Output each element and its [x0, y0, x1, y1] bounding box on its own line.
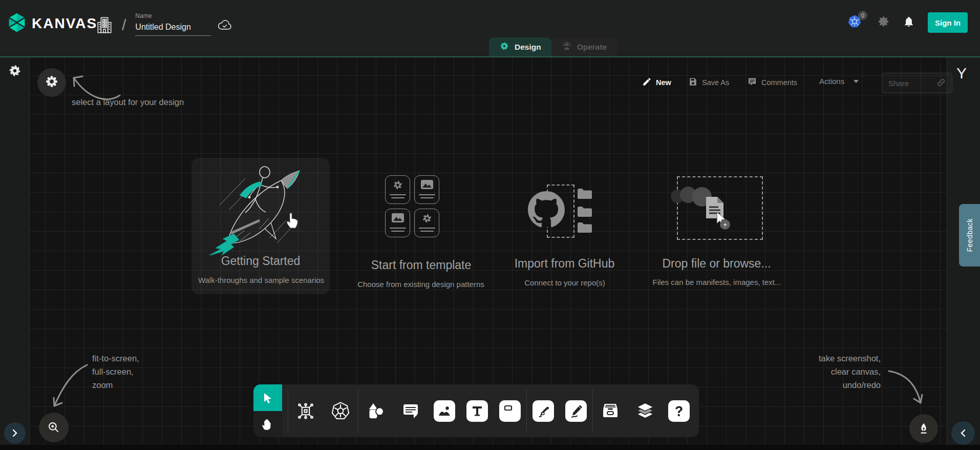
right-rail: Y Feedback: [947, 57, 980, 445]
card-title: Start from template: [356, 258, 486, 272]
card-subtitle: Walk-throughs and sample scenarios: [184, 276, 338, 284]
chevron-right-icon: [11, 429, 19, 437]
flower-icon: [45, 75, 58, 90]
actions-hint-text: take screenshot, clear canvas, undo/redo: [778, 352, 881, 392]
template-tile: [385, 175, 410, 204]
share-button[interactable]: Share: [882, 73, 952, 93]
note-tool-button[interactable]: [499, 400, 521, 422]
notifications-bell-icon[interactable]: [903, 15, 914, 30]
template-tile: [414, 209, 439, 237]
layers-tool-button[interactable]: [633, 399, 657, 423]
share-label: Share: [888, 79, 909, 88]
template-tile: [385, 209, 410, 237]
getting-started-card[interactable]: [191, 158, 330, 294]
pen-tool-button[interactable]: [532, 400, 554, 422]
collapse-right-panel-button[interactable]: [951, 421, 975, 445]
layers-icon: [634, 400, 656, 422]
image-icon: [420, 179, 434, 190]
drawer-icon: [600, 401, 621, 421]
screenshot-pen-button[interactable]: [909, 414, 938, 443]
card-title: Drop file or browse...: [651, 257, 782, 271]
operate-headset-icon: [562, 40, 572, 54]
save-as-label: Save As: [702, 78, 729, 87]
settings-gear-icon[interactable]: [878, 15, 890, 30]
design-name-input[interactable]: [135, 22, 211, 36]
left-rail: [0, 57, 30, 445]
save-as-button[interactable]: Save As: [688, 77, 729, 88]
actions-dropdown[interactable]: Actions: [819, 77, 859, 86]
whiteboard-toolbar: [253, 384, 699, 437]
circuit-icon: [296, 402, 315, 420]
actions-label: Actions: [819, 77, 844, 86]
comments-icon: [747, 77, 757, 88]
pencil-icon: [642, 77, 652, 88]
cloud-sync-icon[interactable]: [217, 18, 232, 33]
hand-cursor-icon: [283, 209, 301, 230]
template-tile: [414, 175, 439, 204]
toolbar-divider: [526, 390, 527, 433]
layout-hint-text: select a layout for your design: [72, 95, 184, 109]
kubernetes-tool-button[interactable]: [329, 399, 352, 423]
cursor-arrow-icon: [262, 392, 274, 404]
shapes-icon: [366, 401, 386, 421]
feedback-button[interactable]: Feedback: [959, 204, 980, 267]
tab-design-label: Design: [515, 43, 541, 52]
component-tool-button[interactable]: [294, 399, 317, 423]
comments-button[interactable]: Comments: [747, 77, 797, 88]
github-octocat-icon: [528, 191, 565, 228]
zoom-hint-arrow: [47, 359, 93, 413]
y-logo-icon: Y: [956, 65, 967, 82]
kanvas-app: KANVAS / Name: [0, 0, 980, 450]
design-spiral-icon: [499, 41, 509, 53]
selection-tool-button[interactable]: [253, 384, 282, 411]
expand-left-panel-button[interactable]: [4, 422, 26, 444]
kanvas-logo[interactable]: KANVAS: [6, 12, 97, 35]
kubernetes-context-button[interactable]: 0: [847, 14, 864, 31]
pan-tool-button[interactable]: [253, 411, 282, 437]
tab-design[interactable]: Design: [489, 37, 551, 56]
image-tool-button[interactable]: [434, 400, 455, 422]
card-subtitle: Files can be manifests, images, text...: [640, 278, 794, 287]
path-separator: /: [122, 16, 126, 34]
tab-operate-label: Operate: [577, 43, 607, 52]
freehand-tool-button[interactable]: [565, 400, 587, 422]
help-tool-button[interactable]: [668, 400, 690, 422]
comment-icon: [400, 401, 421, 421]
selection-column: [253, 384, 282, 437]
card-title: Import from GitHub: [499, 257, 630, 271]
spiral-icon: [421, 213, 433, 224]
kanvas-hexagon-icon: [6, 12, 28, 35]
image-icon: [437, 403, 452, 419]
meshery-spiral-icon[interactable]: [8, 64, 22, 80]
card-subtitle: Connect to your repo(s): [488, 278, 642, 287]
chevron-left-icon: [959, 429, 967, 437]
text-tool-button[interactable]: [466, 400, 488, 422]
plus-badge-icon: +: [720, 219, 730, 230]
share-link-icon: [936, 78, 946, 89]
note-icon: [502, 403, 518, 419]
pen-nib-icon: [917, 422, 930, 435]
comments-label: Comments: [761, 78, 797, 87]
layout-options-button[interactable]: [37, 68, 66, 97]
magnifier-zoom-in-icon: [47, 421, 60, 434]
tab-operate[interactable]: Operate: [551, 37, 617, 56]
floppy-icon: [688, 77, 698, 88]
card-subtitle: Choose from existing design patterns: [344, 280, 498, 289]
toolbar-divider: [288, 390, 288, 433]
folder-icon: [577, 206, 593, 218]
drawer-tool-button[interactable]: [599, 399, 622, 423]
chevron-down-icon: [854, 80, 859, 83]
breadcrumb: / Name: [96, 12, 211, 37]
comment-tool-button[interactable]: [399, 399, 422, 423]
toolbar-divider: [592, 390, 593, 433]
new-button[interactable]: New: [642, 77, 671, 88]
sign-in-button[interactable]: Sign In: [928, 12, 968, 33]
new-label: New: [656, 78, 671, 87]
shapes-tool-button[interactable]: [364, 399, 388, 423]
zoom-hint-text: fit-to-screen, full-screen, zoom: [92, 352, 139, 392]
zoom-button[interactable]: [39, 413, 69, 442]
kubernetes-icon: [330, 401, 351, 421]
text-icon: [470, 403, 485, 419]
organization-icon[interactable]: [96, 15, 113, 37]
hand-icon: [261, 418, 274, 431]
